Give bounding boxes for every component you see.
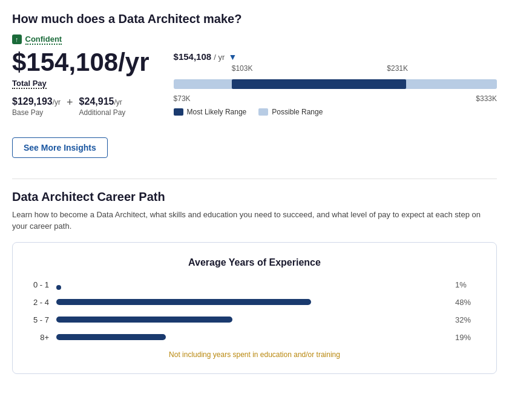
base-pay-value: $129,193/yr [12,96,61,107]
exp-bar-fill [56,334,166,340]
bar-min-max: $73K $333K [174,94,497,103]
exp-bar-track [56,334,448,340]
exp-bar-track [56,281,448,287]
exp-range-label: 2 - 4 [32,298,49,307]
confident-badge: ↑ Confident [12,34,62,45]
confident-icon: ↑ [12,34,22,44]
range-low-label: $103K [232,64,253,73]
arrow-down-icon: ▼ [229,52,237,62]
plus-sign: + [67,96,73,109]
legend-light-box [258,108,268,116]
exp-pct-label: 48% [455,298,477,307]
exp-pct-label: 1% [455,280,477,289]
main-content: $154,108/yr Total Pay $129,193/yr Base P… [12,48,497,117]
main-salary: $154,108/yr [12,48,149,76]
career-path-desc: Learn how to become a Data Architect, wh… [12,209,497,232]
exp-range-label: 5 - 7 [32,315,49,324]
exp-bar-row: 8+19% [32,333,477,342]
exp-bar-row: 0 - 11% [32,280,477,289]
range-high-label: $231K [387,64,408,73]
see-more-button[interactable]: See More Insights [12,137,108,158]
career-path-title: Data Architect Career Path [12,190,497,204]
left-section: $154,108/yr Total Pay $129,193/yr Base P… [12,48,149,117]
career-card: Average Years of Experience 0 - 11%2 - 4… [12,242,497,374]
exp-bar-track [56,299,448,305]
exp-bar-fill [56,299,311,305]
additional-pay-label: Additional Pay [79,108,126,117]
exp-bar-row: 2 - 448% [32,298,477,307]
page-title: How much does a Data Architect make? [12,12,497,26]
divider [12,179,497,179]
total-pay-label[interactable]: Total Pay [12,79,47,89]
base-pay-label: Base Pay [12,108,61,117]
additional-pay-value: $24,915/yr [79,96,126,107]
confident-label: Confident [25,34,62,45]
base-pay-col: $129,193/yr Base Pay [12,96,61,117]
exp-bar-fill [56,317,232,323]
legend-dark-box [174,108,183,116]
exp-range-label: 8+ [32,333,49,342]
exp-pct-label: 19% [455,333,477,342]
additional-pay-col: $24,915/yr Additional Pay [79,96,126,117]
main-salary-value: $154,108 [12,48,118,76]
likely-range-bar [232,79,407,89]
exp-range-label: 0 - 1 [32,280,49,289]
exp-pct-label: 32% [455,315,477,324]
exp-dot [56,285,61,290]
exp-note: Not including years spent in education a… [32,350,477,359]
exp-bars: 0 - 11%2 - 448%5 - 732%8+19% [32,280,477,342]
pay-breakdown-row: $129,193/yr Base Pay + $24,915/yr Additi… [12,96,149,117]
legend: Most Likely Range Possible Range [174,108,497,116]
right-section: $154,108 / yr ▼ $103K $231K $73K $333K M… [174,48,497,116]
legend-possible: Possible Range [258,108,323,116]
salary-bar [174,77,497,91]
bar-max: $333K [476,94,497,103]
legend-likely: Most Likely Range [174,108,247,116]
exp-bar-row: 5 - 732% [32,315,477,324]
chart-salary-label: $154,108 / yr ▼ [174,51,497,62]
exp-bar-track [56,317,448,323]
main-salary-per-yr: /yr [118,48,149,76]
exp-chart-title: Average Years of Experience [32,257,477,268]
bar-min: $73K [174,94,191,103]
